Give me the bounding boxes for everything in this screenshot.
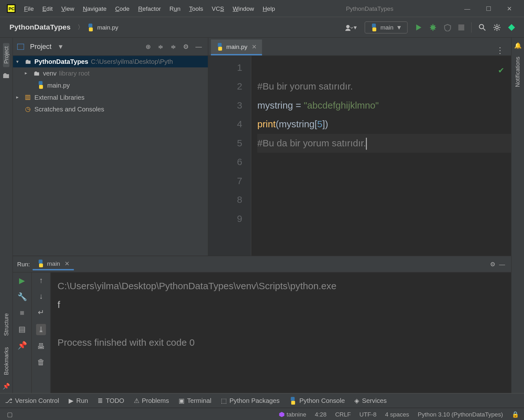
tool-label: Version Control	[15, 397, 59, 404]
rail-project-tab[interactable]: Project	[3, 43, 9, 67]
line-number: 1	[208, 58, 242, 77]
code-line: mystring	[257, 100, 296, 111]
tree-scratches[interactable]: ◷ Scratches and Consoles	[13, 103, 208, 115]
tool-run[interactable]: ▶ Run	[69, 397, 88, 404]
status-encoding[interactable]: UTF-8	[359, 411, 377, 418]
scroll-icon[interactable]: ⤓	[36, 324, 46, 335]
rail-bookmarks-tab[interactable]: Bookmarks	[3, 344, 9, 379]
project-panel-header: Project ▼ ⊕ ≑ ≑ ⚙ —	[13, 38, 208, 56]
menu-file[interactable]: File	[24, 5, 34, 12]
pin-icon[interactable]: 📌	[3, 383, 10, 390]
rail-structure-tab[interactable]: Structure	[3, 310, 9, 339]
run-label: Run:	[17, 261, 32, 268]
locate-icon[interactable]: ⊕	[144, 41, 153, 52]
collapse-icon[interactable]: ≑	[169, 41, 178, 52]
user-icon[interactable]: ▾	[344, 23, 357, 31]
status-caret-pos[interactable]: 4:28	[315, 411, 327, 418]
line-number: 8	[208, 190, 242, 209]
close-icon[interactable]: ✕	[65, 260, 70, 267]
gear-icon[interactable]: ⚙	[488, 259, 497, 269]
close-icon[interactable]: ✕	[507, 5, 512, 12]
tab-main[interactable]: main.py ✕	[211, 39, 262, 55]
more-tabs-icon[interactable]: ⋮	[490, 45, 511, 55]
menu-run[interactable]: Run	[169, 5, 180, 12]
minimize-icon[interactable]: —	[464, 5, 470, 12]
line-number: 4	[208, 115, 242, 134]
gear-icon[interactable]: ⚙	[181, 41, 190, 52]
menu-refactor[interactable]: Refactor	[138, 5, 161, 12]
code-num: 5	[317, 119, 323, 130]
wrap-icon[interactable]: ↵	[38, 308, 44, 317]
code-editor[interactable]: 1 2 3 4 5 6 7 8 9 ✔#Bu bir yorum satırıd…	[208, 56, 511, 256]
print-icon[interactable]: 🖶	[37, 342, 45, 351]
expand-icon[interactable]: ≑	[156, 41, 165, 52]
hide-icon[interactable]: —	[497, 259, 507, 269]
search-icon[interactable]	[479, 23, 486, 31]
inspection-ok-icon[interactable]: ✔	[498, 61, 504, 80]
stop-button[interactable]	[458, 24, 464, 30]
svg-rect-4	[458, 24, 464, 30]
tool-python-packages[interactable]: ⬚ Python Packages	[221, 397, 280, 404]
down-icon[interactable]: ↓	[39, 292, 43, 301]
scratch-icon: ◷	[24, 105, 32, 113]
tool-terminal[interactable]: ▣ Terminal	[179, 397, 212, 404]
tool-services[interactable]: ◈ Services	[354, 397, 387, 404]
menu-view[interactable]: View	[61, 5, 74, 12]
tool-python-console[interactable]: Python Console	[289, 397, 345, 404]
rail-notifications-tab[interactable]: Notifications	[514, 53, 521, 90]
status-indent[interactable]: 4 spaces	[385, 411, 409, 418]
run-tab-label: main	[47, 260, 60, 267]
window-title: PythonDataTypes	[275, 5, 465, 12]
stop-icon[interactable]: ■	[20, 309, 24, 317]
dropdown-icon[interactable]: ▼	[58, 43, 64, 50]
status-interpreter[interactable]: Python 3.10 (PythonDataTypes)	[418, 411, 503, 418]
maximize-icon[interactable]: ☐	[486, 5, 492, 12]
run-tab[interactable]: main ✕	[32, 258, 74, 270]
run-cmd-line: C:\Users\yilma\Desktop\PythonDataTypes\v…	[58, 281, 337, 291]
settings-icon[interactable]	[493, 23, 501, 31]
breadcrumb-root[interactable]: PythonDataTypes	[5, 21, 75, 33]
tree-main-file[interactable]: main.py	[13, 79, 208, 91]
run-config-label: main	[380, 24, 393, 31]
up-icon[interactable]: ↑	[39, 276, 43, 285]
wrench-icon[interactable]: 🔧	[17, 292, 27, 302]
close-tab-icon[interactable]: ✕	[252, 43, 257, 50]
jetbrains-icon[interactable]	[508, 23, 515, 31]
layout-icon[interactable]: ▤	[18, 324, 26, 334]
breadcrumb-file[interactable]: main.py	[86, 23, 118, 31]
menu-vcs[interactable]: VCS	[212, 5, 224, 12]
tree-external-libs[interactable]: ▸ ▥ External Libraries	[13, 91, 208, 103]
line-number: 7	[208, 172, 242, 190]
status-left-icon[interactable]: ▢	[5, 411, 12, 418]
tabnine-widget[interactable]: tabnine	[279, 411, 306, 418]
rerun-icon[interactable]: ▶	[19, 276, 25, 285]
pin-icon[interactable]: 📌	[17, 341, 27, 350]
trash-icon[interactable]: 🗑	[37, 358, 45, 367]
folder-icon: 🖿	[24, 58, 32, 65]
menu-navigate[interactable]: Navigate	[83, 5, 107, 12]
python-icon	[370, 23, 378, 31]
run-config-selector[interactable]: main ▼	[364, 21, 407, 33]
menu-code[interactable]: Code	[115, 5, 129, 12]
run-button[interactable]	[415, 24, 422, 31]
menu-window[interactable]: Window	[233, 5, 254, 12]
lock-icon[interactable]: 🔒	[512, 411, 519, 418]
bell-icon[interactable]: 🔔	[514, 42, 521, 49]
code-body[interactable]: ✔#Bu bir yorum satırıdır.mystring = "abc…	[251, 56, 511, 256]
line-number: 9	[208, 210, 242, 228]
debug-button[interactable]	[429, 23, 437, 31]
coverage-button[interactable]	[444, 23, 451, 31]
menu-tools[interactable]: Tools	[189, 5, 203, 12]
bottom-tool-bar: ⎇ Version Control ▶ Run ≣ TODO ⚠ Problem…	[0, 393, 524, 408]
status-eol[interactable]: CRLF	[335, 411, 351, 418]
folder-icon[interactable]: 🖿	[2, 71, 10, 80]
tool-todo[interactable]: ≣ TODO	[98, 397, 124, 404]
tree-venv[interactable]: ▸ 🖿 venv library root	[13, 67, 208, 79]
tool-version-control[interactable]: ⎇ Version Control	[5, 397, 59, 404]
tree-root[interactable]: ▾ 🖿 PythonDataTypes C:\Users\yilma\Deskt…	[13, 56, 208, 67]
menu-help[interactable]: Help	[263, 5, 275, 12]
tool-problems[interactable]: ⚠ Problems	[134, 397, 169, 404]
run-output[interactable]: C:\Users\yilma\Desktop\PythonDataTypes\v…	[51, 272, 511, 393]
menu-edit[interactable]: Edit	[42, 5, 53, 12]
hide-icon[interactable]: —	[194, 41, 204, 52]
